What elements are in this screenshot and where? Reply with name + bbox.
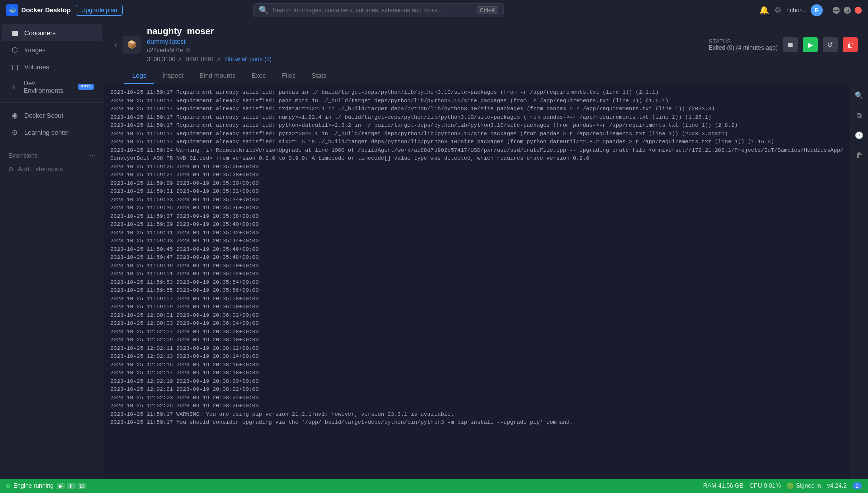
- container-info: naughty_moser dummy:latest c22ceda5f7fe …: [147, 26, 272, 63]
- add-extensions[interactable]: ⊕ Add Extensions: [0, 162, 104, 176]
- log-line: 2023-10-25 11:59:17 Requirement already …: [110, 138, 844, 146]
- sidebar-item-images[interactable]: ⬡ Images: [2, 41, 102, 58]
- log-line: 2023-10-25 11:59:17 Requirement already …: [110, 121, 844, 130]
- tab-exec[interactable]: Exec: [243, 68, 274, 84]
- log-line: 2023-10-25 12:02:15 2023-09-19 20:38:16+…: [110, 361, 844, 369]
- search-input[interactable]: [273, 7, 473, 14]
- status-text: Exited (0) (4 minutes ago): [709, 44, 778, 51]
- log-line: 2023-10-25 11:59:37 2023-09-19 20:35:38+…: [110, 212, 844, 221]
- container-id: c22ceda5f7fe: [147, 47, 183, 54]
- sidebar-label-learning-center: Learning center: [24, 129, 69, 136]
- sidebar-label-images: Images: [24, 46, 46, 54]
- sidebar-item-dev-environments[interactable]: ⌗ Dev Environments BETA: [2, 75, 102, 98]
- sidebar-item-docker-scout[interactable]: ◉ Docker Scout: [2, 107, 102, 124]
- notification-badge[interactable]: 2: [853, 482, 862, 489]
- username: richon...: [786, 7, 808, 14]
- back-button[interactable]: ‹: [114, 40, 117, 49]
- log-search-button[interactable]: 🔍: [852, 88, 866, 102]
- status-label: STATUS: [709, 38, 778, 44]
- delete-button[interactable]: 🗑: [843, 37, 858, 52]
- tab-files[interactable]: Files: [274, 68, 303, 84]
- engine-status-dot: [6, 484, 10, 488]
- tab-stats[interactable]: Stats: [304, 68, 335, 84]
- log-delete-button[interactable]: 🗑: [852, 148, 866, 162]
- external-link-icon-1[interactable]: ↗: [177, 56, 182, 63]
- log-line: 2023-10-25 12:02:19 2023-09-19 20:38:20+…: [110, 377, 844, 386]
- tab-inspect[interactable]: Inspect: [154, 68, 191, 84]
- container-image-link[interactable]: dummy:latest: [147, 38, 185, 45]
- extensions-section: Extensions ⋯: [0, 149, 104, 162]
- log-line: 2023-10-25 12:00:03 2023-09-19 20:36:04+…: [110, 319, 844, 328]
- search-icon: 🔍: [259, 5, 269, 15]
- statusbar-right: RAM 41.56 GB CPU 0.01% 🟢 Signed in v4.24…: [703, 482, 862, 489]
- log-line: 2023-10-25 12:02:11 2023-09-19 20:38:12+…: [110, 344, 844, 353]
- log-sidebar: 🔍 ⧉ 🕐 🗑: [850, 84, 868, 479]
- main-layout: ▦ Containers ⬡ Images ◫ Volumes ⌗ Dev En…: [0, 20, 868, 479]
- upgrade-plan-button[interactable]: Upgrade plan: [76, 5, 123, 16]
- search-bar: 🔍 Ctrl+K: [253, 3, 504, 17]
- images-icon: ⬡: [10, 45, 19, 54]
- log-line: 2023-10-25 11:59:31 2023-09-19 20:35:32+…: [110, 187, 844, 196]
- learning-center-icon: ⊙: [10, 128, 19, 137]
- container-icon: 📦: [123, 36, 141, 54]
- log-line: 2023-10-25 11:59:29 2023-09-19 20:35:30+…: [110, 179, 844, 188]
- tabs: Logs Inspect Bind mounts Exec Files Stat…: [114, 68, 858, 84]
- restart-button[interactable]: ↺: [823, 37, 838, 52]
- port-1: 3100:3100 ↗: [147, 56, 182, 63]
- titlebar-actions: 🔔 ⚙ richon... R — □: [759, 4, 862, 16]
- cpu-usage: CPU 0.01%: [749, 482, 781, 489]
- log-line: 2023-10-25 11:59:17 Requirement already …: [110, 88, 844, 97]
- engine-play-button[interactable]: ▶: [57, 483, 65, 489]
- add-extensions-label: Add Extensions: [18, 165, 63, 173]
- engine-pause-button[interactable]: ⏸: [67, 483, 76, 489]
- statusbar: Engine running ▶ ⏸ ⊡ RAM 41.56 GB CPU 0.…: [0, 479, 868, 493]
- avatar: R: [811, 4, 823, 16]
- log-content[interactable]: 2023-10-25 11:59:17 Requirement already …: [104, 84, 850, 479]
- container-id-row: c22ceda5f7fe ⧉: [147, 47, 272, 54]
- sidebar-item-containers[interactable]: ▦ Containers: [2, 24, 102, 41]
- window-controls: — □: [833, 7, 862, 14]
- add-icon: ⊕: [8, 165, 14, 173]
- container-header: ‹ 📦 naughty_moser dummy:latest c22ceda5f…: [104, 20, 868, 84]
- log-copy-button[interactable]: ⧉: [852, 108, 866, 122]
- sidebar-item-learning-center[interactable]: ⊙ Learning center: [2, 124, 102, 141]
- log-line: 2023-10-25 11:59:24 Warning: in RequestW…: [110, 146, 844, 163]
- copy-id-icon[interactable]: ⧉: [186, 47, 190, 54]
- extensions-menu-icon[interactable]: ⋯: [90, 152, 96, 159]
- sidebar-label-volumes: Volumes: [24, 63, 49, 71]
- maximize-button[interactable]: □: [844, 7, 851, 14]
- content-area: ‹ 📦 naughty_moser dummy:latest c22ceda5f…: [104, 20, 868, 479]
- log-line: 2023-10-25 12:02:23 2023-09-19 20:38:24+…: [110, 394, 844, 402]
- container-name: naughty_moser: [147, 26, 272, 37]
- volumes-icon: ◫: [10, 62, 19, 71]
- container-title-left: ‹ 📦 naughty_moser dummy:latest c22ceda5f…: [114, 26, 272, 63]
- titlebar: 🐳 Docker Desktop Upgrade plan 🔍 Ctrl+K 🔔…: [0, 0, 868, 20]
- log-line: 2023-10-25 11:59:17 WARNING: You are usi…: [110, 410, 844, 419]
- log-line: 2023-10-25 11:59:51 2023-09-19 20:35:52+…: [110, 270, 844, 278]
- notifications-icon[interactable]: 🔔: [759, 5, 769, 15]
- sidebar-divider: [0, 102, 104, 103]
- close-button[interactable]: [855, 7, 862, 14]
- external-link-icon-2[interactable]: ↗: [216, 56, 221, 63]
- log-line: 2023-10-25 11:59:17 Requirement already …: [110, 130, 844, 138]
- log-line: 2023-10-25 12:02:13 2023-09-19 20:38:14+…: [110, 352, 844, 361]
- log-line: 2023-10-25 12:02:25 2023-09-19 20:38:26+…: [110, 402, 844, 410]
- settings-icon[interactable]: ⚙: [774, 5, 781, 15]
- engine-settings-button[interactable]: ⊡: [78, 483, 86, 489]
- log-area: 2023-10-25 11:59:17 Requirement already …: [104, 84, 868, 479]
- show-all-ports-link[interactable]: Show all ports (3): [225, 56, 271, 63]
- sidebar-item-volumes[interactable]: ◫ Volumes: [2, 58, 102, 75]
- engine-controls: ▶ ⏸ ⊡: [57, 483, 86, 489]
- signed-in-status: 🟢 Signed in: [787, 482, 821, 489]
- start-button[interactable]: ▶: [803, 37, 818, 52]
- user-menu[interactable]: richon... R: [786, 4, 823, 16]
- stop-button[interactable]: ⏹: [783, 37, 798, 52]
- tab-bind-mounts[interactable]: Bind mounts: [191, 68, 243, 84]
- log-history-button[interactable]: 🕐: [852, 128, 866, 142]
- log-line: 2023-10-25 11:59:41 2023-09-19 20:35:42+…: [110, 229, 844, 237]
- minimize-button[interactable]: —: [833, 7, 840, 14]
- container-title-row: ‹ 📦 naughty_moser dummy:latest c22ceda5f…: [114, 26, 858, 63]
- log-line: 2023-10-25 12:02:07 2023-09-19 20:38:08+…: [110, 328, 844, 336]
- app-logo: 🐳 Docker Desktop: [6, 4, 71, 16]
- tab-logs[interactable]: Logs: [124, 68, 154, 84]
